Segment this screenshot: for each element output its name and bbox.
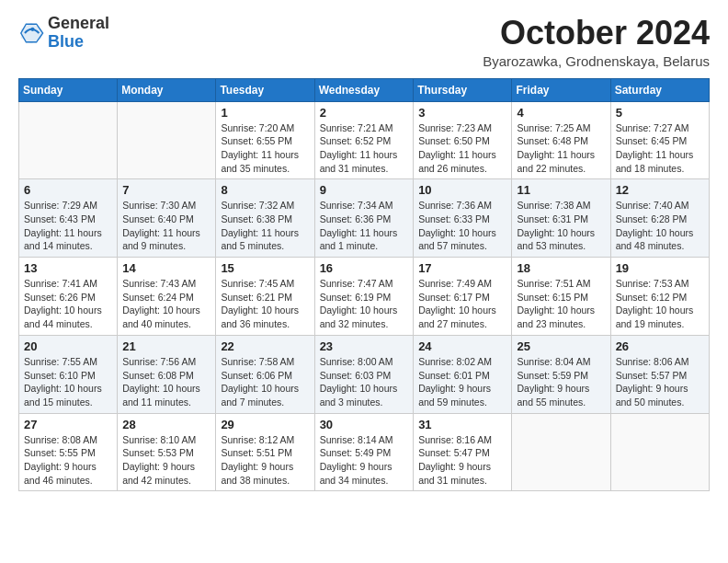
calendar-cell: 24Sunrise: 8:02 AM Sunset: 6:01 PM Dayli… — [414, 335, 512, 413]
day-info: Sunrise: 7:29 AM Sunset: 6:43 PM Dayligh… — [24, 199, 112, 253]
day-number: 18 — [517, 261, 605, 275]
day-info: Sunrise: 7:36 AM Sunset: 6:33 PM Dayligh… — [418, 199, 506, 253]
day-number: 19 — [616, 261, 704, 275]
calendar-cell: 4Sunrise: 7:25 AM Sunset: 6:48 PM Daylig… — [512, 101, 610, 179]
day-number: 20 — [24, 339, 112, 353]
logo-icon — [18, 20, 44, 46]
logo: General Blue — [18, 15, 109, 52]
calendar-cell: 18Sunrise: 7:51 AM Sunset: 6:15 PM Dayli… — [512, 258, 610, 336]
calendar-cell: 23Sunrise: 8:00 AM Sunset: 6:03 PM Dayli… — [314, 335, 414, 413]
calendar-week-3: 13Sunrise: 7:41 AM Sunset: 6:26 PM Dayli… — [19, 258, 710, 336]
day-number: 24 — [418, 339, 506, 353]
day-info: Sunrise: 8:02 AM Sunset: 6:01 PM Dayligh… — [418, 355, 506, 409]
calendar-cell: 5Sunrise: 7:27 AM Sunset: 6:45 PM Daylig… — [610, 101, 709, 179]
day-info: Sunrise: 7:40 AM Sunset: 6:28 PM Dayligh… — [616, 199, 704, 253]
day-number: 29 — [221, 418, 309, 431]
calendar-cell: 1Sunrise: 7:20 AM Sunset: 6:55 PM Daylig… — [216, 101, 314, 179]
day-info: Sunrise: 7:47 AM Sunset: 6:19 PM Dayligh… — [320, 277, 409, 331]
calendar-cell: 31Sunrise: 8:16 AM Sunset: 5:47 PM Dayli… — [414, 413, 512, 491]
day-number: 12 — [616, 183, 704, 197]
col-tuesday: Tuesday — [216, 78, 314, 101]
calendar-cell: 19Sunrise: 7:53 AM Sunset: 6:12 PM Dayli… — [610, 258, 709, 336]
day-info: Sunrise: 7:27 AM Sunset: 6:45 PM Dayligh… — [616, 121, 704, 176]
svg-point-2 — [30, 27, 34, 30]
calendar-week-5: 27Sunrise: 8:08 AM Sunset: 5:55 PM Dayli… — [19, 413, 710, 491]
calendar-cell — [19, 101, 118, 179]
col-friday: Friday — [512, 78, 610, 101]
day-number: 4 — [517, 106, 605, 120]
day-number: 1 — [221, 106, 309, 120]
page: General Blue October 2024 Byarozawka, Gr… — [0, 0, 728, 563]
calendar-cell — [118, 101, 216, 179]
calendar-cell: 13Sunrise: 7:41 AM Sunset: 6:26 PM Dayli… — [19, 258, 118, 336]
day-info: Sunrise: 7:53 AM Sunset: 6:12 PM Dayligh… — [616, 277, 704, 331]
day-info: Sunrise: 7:38 AM Sunset: 6:31 PM Dayligh… — [517, 199, 605, 253]
day-number: 17 — [418, 261, 506, 275]
calendar-cell: 17Sunrise: 7:49 AM Sunset: 6:17 PM Dayli… — [414, 258, 512, 336]
day-info: Sunrise: 7:21 AM Sunset: 6:52 PM Dayligh… — [320, 121, 409, 176]
calendar-cell: 21Sunrise: 7:56 AM Sunset: 6:08 PM Dayli… — [118, 335, 216, 413]
day-number: 7 — [122, 183, 210, 197]
day-number: 22 — [221, 339, 309, 353]
day-number: 31 — [418, 418, 506, 431]
calendar-cell: 14Sunrise: 7:43 AM Sunset: 6:24 PM Dayli… — [118, 258, 216, 336]
day-number: 5 — [616, 106, 704, 120]
day-info: Sunrise: 7:49 AM Sunset: 6:17 PM Dayligh… — [418, 277, 506, 331]
day-info: Sunrise: 8:06 AM Sunset: 5:57 PM Dayligh… — [616, 355, 704, 409]
day-number: 26 — [616, 339, 704, 353]
day-number: 3 — [418, 106, 506, 120]
day-info: Sunrise: 7:32 AM Sunset: 6:38 PM Dayligh… — [221, 199, 309, 253]
calendar-cell: 27Sunrise: 8:08 AM Sunset: 5:55 PM Dayli… — [19, 413, 118, 491]
day-info: Sunrise: 7:51 AM Sunset: 6:15 PM Dayligh… — [517, 277, 605, 331]
day-number: 16 — [320, 261, 409, 275]
calendar-cell: 16Sunrise: 7:47 AM Sunset: 6:19 PM Dayli… — [314, 258, 414, 336]
calendar-cell: 26Sunrise: 8:06 AM Sunset: 5:57 PM Dayli… — [610, 335, 709, 413]
calendar-cell: 22Sunrise: 7:58 AM Sunset: 6:06 PM Dayli… — [216, 335, 314, 413]
day-info: Sunrise: 7:56 AM Sunset: 6:08 PM Dayligh… — [122, 355, 210, 409]
calendar-cell: 12Sunrise: 7:40 AM Sunset: 6:28 PM Dayli… — [610, 179, 709, 258]
col-saturday: Saturday — [610, 78, 709, 101]
day-info: Sunrise: 7:23 AM Sunset: 6:50 PM Dayligh… — [418, 121, 506, 176]
calendar-cell: 15Sunrise: 7:45 AM Sunset: 6:21 PM Dayli… — [216, 258, 314, 336]
calendar-header-row: Sunday Monday Tuesday Wednesday Thursday… — [19, 78, 710, 101]
calendar-week-2: 6Sunrise: 7:29 AM Sunset: 6:43 PM Daylig… — [19, 179, 710, 258]
logo-text: General Blue — [48, 15, 109, 52]
calendar-cell: 20Sunrise: 7:55 AM Sunset: 6:10 PM Dayli… — [19, 335, 118, 413]
day-info: Sunrise: 8:04 AM Sunset: 5:59 PM Dayligh… — [517, 355, 605, 409]
title-block: October 2024 Byarozawka, Grodnenskaya, B… — [483, 15, 710, 69]
day-number: 10 — [418, 183, 506, 197]
day-number: 23 — [320, 339, 409, 353]
day-info: Sunrise: 7:45 AM Sunset: 6:21 PM Dayligh… — [221, 277, 309, 331]
calendar-cell: 3Sunrise: 7:23 AM Sunset: 6:50 PM Daylig… — [414, 101, 512, 179]
day-number: 30 — [320, 418, 409, 431]
day-info: Sunrise: 7:30 AM Sunset: 6:40 PM Dayligh… — [122, 199, 210, 253]
day-info: Sunrise: 7:55 AM Sunset: 6:10 PM Dayligh… — [24, 355, 112, 409]
calendar-week-1: 1Sunrise: 7:20 AM Sunset: 6:55 PM Daylig… — [19, 101, 710, 179]
calendar-cell: 6Sunrise: 7:29 AM Sunset: 6:43 PM Daylig… — [19, 179, 118, 258]
calendar-cell: 2Sunrise: 7:21 AM Sunset: 6:52 PM Daylig… — [314, 101, 414, 179]
day-info: Sunrise: 8:12 AM Sunset: 5:51 PM Dayligh… — [221, 433, 309, 488]
calendar-cell: 9Sunrise: 7:34 AM Sunset: 6:36 PM Daylig… — [314, 179, 414, 258]
calendar-cell — [512, 413, 610, 491]
calendar-cell: 30Sunrise: 8:14 AM Sunset: 5:49 PM Dayli… — [314, 413, 414, 491]
day-number: 13 — [24, 261, 112, 275]
day-info: Sunrise: 7:25 AM Sunset: 6:48 PM Dayligh… — [517, 121, 605, 176]
calendar-cell: 8Sunrise: 7:32 AM Sunset: 6:38 PM Daylig… — [216, 179, 314, 258]
day-info: Sunrise: 7:34 AM Sunset: 6:36 PM Dayligh… — [320, 199, 409, 253]
day-info: Sunrise: 8:10 AM Sunset: 5:53 PM Dayligh… — [122, 433, 210, 488]
day-info: Sunrise: 7:41 AM Sunset: 6:26 PM Dayligh… — [24, 277, 112, 331]
day-info: Sunrise: 8:08 AM Sunset: 5:55 PM Dayligh… — [24, 433, 112, 488]
day-number: 2 — [320, 106, 409, 120]
day-number: 25 — [517, 339, 605, 353]
col-monday: Monday — [118, 78, 216, 101]
day-info: Sunrise: 8:16 AM Sunset: 5:47 PM Dayligh… — [418, 433, 506, 488]
col-thursday: Thursday — [414, 78, 512, 101]
day-number: 27 — [24, 418, 112, 431]
calendar-cell: 10Sunrise: 7:36 AM Sunset: 6:33 PM Dayli… — [414, 179, 512, 258]
day-info: Sunrise: 8:14 AM Sunset: 5:49 PM Dayligh… — [320, 433, 409, 488]
day-number: 6 — [24, 183, 112, 197]
day-number: 28 — [122, 418, 210, 431]
day-number: 15 — [221, 261, 309, 275]
month-title: October 2024 — [483, 15, 710, 52]
day-info: Sunrise: 7:43 AM Sunset: 6:24 PM Dayligh… — [122, 277, 210, 331]
